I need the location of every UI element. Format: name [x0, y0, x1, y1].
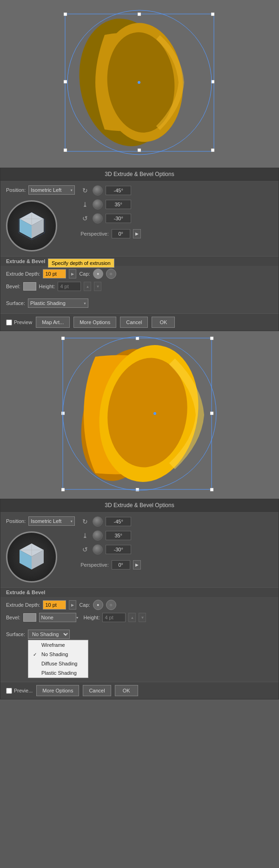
position-label-2: Position: [6, 518, 26, 524]
surface-label-2: Surface: [6, 631, 25, 637]
rotate-x-icon: ↻ [80, 187, 90, 194]
extrude-depth-input-1[interactable] [43, 269, 66, 278]
canvas-1 [0, 0, 279, 168]
svg-rect-2 [138, 13, 141, 16]
extrude-section-2: Extrude Depth: ▶ Cap: ● ○ Bevel: None He… [0, 597, 279, 628]
svg-rect-8 [211, 149, 214, 152]
angle-x-input-1[interactable] [106, 186, 131, 195]
svg-rect-21 [61, 337, 65, 340]
map-art-button-1[interactable]: Map Art... [36, 317, 70, 328]
bevel-icon-2 [23, 613, 36, 622]
ok-button-1[interactable]: OK [152, 317, 175, 328]
dialog-1: 3D Extrude & Bevel Options Position: Iso… [0, 168, 279, 331]
svg-rect-27 [136, 488, 139, 491]
bevel-select-2[interactable]: None [39, 613, 76, 622]
canvas-2 [0, 331, 279, 499]
bevel-label-2: Bevel: [6, 615, 20, 620]
dropdown-item-wireframe[interactable]: Wireframe [28, 640, 88, 650]
extrude-section-1: Extrude Depth: ▶ Cap: ● ○ Specify depth … [0, 266, 279, 297]
dialog-1-title: 3D Extrude & Bevel Options [0, 168, 279, 181]
extrude-section-header-2: Extrude & Bevel [0, 587, 279, 597]
height-input-1[interactable] [58, 282, 81, 291]
height-input-2[interactable] [102, 613, 126, 622]
cap-btn-solid-2[interactable]: ● [93, 600, 103, 610]
dropdown-item-diffuse[interactable]: Diffuse Shading [28, 659, 88, 668]
svg-point-13 [138, 81, 140, 84]
position-select-2[interactable]: Isometric Left [28, 516, 75, 526]
preview-checkbox-label-2[interactable]: Previe... [6, 688, 33, 694]
rotate-z-icon-2: ↺ [80, 546, 90, 553]
position-section-2: Position: Isometric Left ↻ [0, 512, 279, 587]
cube-preview-1 [6, 200, 57, 251]
perspective-input-1[interactable] [112, 229, 130, 238]
surface-select-2[interactable]: No Shading [28, 630, 70, 639]
surface-dropdown-menu: Wireframe No Shading Diffuse Shading Pla… [28, 640, 88, 678]
dropdown-item-noshading[interactable]: No Shading [28, 650, 88, 659]
cap-label-1: Cap: [79, 271, 90, 277]
extrude-arrow-2[interactable]: ▶ [69, 600, 76, 610]
rotation-controls-2: ↻ ⤓ ↺ Perspective: ▶ [80, 516, 273, 570]
extrude-tooltip-1: Specify depth of extrusion [48, 258, 114, 268]
cap-btn-solid-1[interactable]: ● [93, 269, 103, 279]
cancel-button-2[interactable]: Cancel [83, 685, 111, 696]
rotate-z-icon: ↺ [80, 215, 90, 222]
extrude-section-header-1: Extrude & Bevel [0, 256, 279, 266]
rotate-y-icon: ⤓ [80, 201, 90, 208]
surface-label-1: Surface: [6, 300, 25, 306]
cap-btn-hollow-1[interactable]: ○ [106, 269, 116, 279]
preview-checkbox-label-1[interactable]: Preview [6, 319, 32, 326]
dialog-2-title: 3D Extrude & Bevel Options [0, 499, 279, 512]
perspective-input-2[interactable] [112, 560, 130, 570]
dial-y-2[interactable] [93, 530, 103, 541]
angle-x-input-2[interactable] [106, 517, 131, 526]
angle-y-input-2[interactable] [106, 531, 131, 540]
angle-y-input-1[interactable] [106, 200, 131, 209]
rotation-controls-1: ↻ ⤓ ↺ Perspective: ▶ [80, 185, 273, 238]
dialog-2: 3D Extrude & Bevel Options Position: Iso… [0, 499, 279, 699]
shape-canvas-1 [40, 9, 239, 158]
cube-preview-2 [6, 531, 57, 583]
ok-button-2[interactable]: OK [115, 685, 138, 696]
perspective-label-2: Perspective: [80, 562, 109, 568]
bevel-icon-1 [23, 282, 36, 291]
extrude-depth-label-1: Extrude Depth: [6, 271, 40, 277]
cancel-button-1[interactable]: Cancel [120, 317, 148, 328]
more-options-button-2[interactable]: More Options [36, 685, 79, 696]
svg-rect-1 [64, 13, 67, 16]
svg-rect-23 [210, 337, 213, 340]
svg-rect-3 [211, 13, 214, 16]
height-arrow-dn-2[interactable]: ▼ [139, 613, 146, 622]
dial-y-1[interactable] [93, 199, 103, 210]
height-arrow-up-1[interactable]: ▲ [84, 282, 91, 291]
dial-x-2[interactable] [93, 516, 103, 527]
dropdown-item-plastic[interactable]: Plastic Shading [28, 668, 88, 678]
position-select-1[interactable]: Isometric Left [28, 185, 75, 195]
angle-z-input-2[interactable] [106, 545, 131, 554]
perspective-chevron-2[interactable]: ▶ [133, 560, 141, 570]
extrude-arrow-1[interactable]: ▶ [69, 269, 76, 278]
position-section-1: Position: Isometric Left [0, 181, 279, 256]
cap-label-2: Cap: [79, 602, 90, 608]
preview-checkbox-1[interactable] [6, 319, 12, 326]
surface-section-2: Surface: No Shading Wireframe No Shading… [0, 628, 279, 644]
preview-checkbox-2[interactable] [6, 688, 12, 694]
height-label-1: Height: [39, 284, 55, 289]
extrude-depth-input-2[interactable] [43, 600, 66, 610]
angle-z-input-1[interactable] [106, 214, 131, 223]
dialog-2-buttons: Previe... More Options Cancel OK [0, 682, 279, 699]
svg-rect-4 [64, 80, 67, 83]
more-options-button-1[interactable]: More Options [73, 317, 116, 328]
dial-z-2[interactable] [93, 544, 103, 555]
cap-btn-hollow-2[interactable]: ○ [106, 600, 116, 610]
surface-select-1[interactable]: Plastic Shading [28, 298, 88, 308]
height-label-2: Height: [84, 615, 100, 620]
dial-z-1[interactable] [93, 213, 103, 224]
height-arrow-dn-1[interactable]: ▼ [94, 282, 101, 291]
rotate-x-icon-2: ↻ [80, 518, 90, 525]
height-arrow-up-2[interactable]: ▲ [128, 613, 136, 622]
rotate-y-icon-2: ⤓ [80, 532, 90, 539]
bevel-label-1: Bevel: [6, 284, 20, 289]
dial-x-1[interactable] [93, 185, 103, 196]
svg-rect-28 [210, 488, 213, 491]
perspective-chevron-1[interactable]: ▶ [133, 229, 141, 238]
